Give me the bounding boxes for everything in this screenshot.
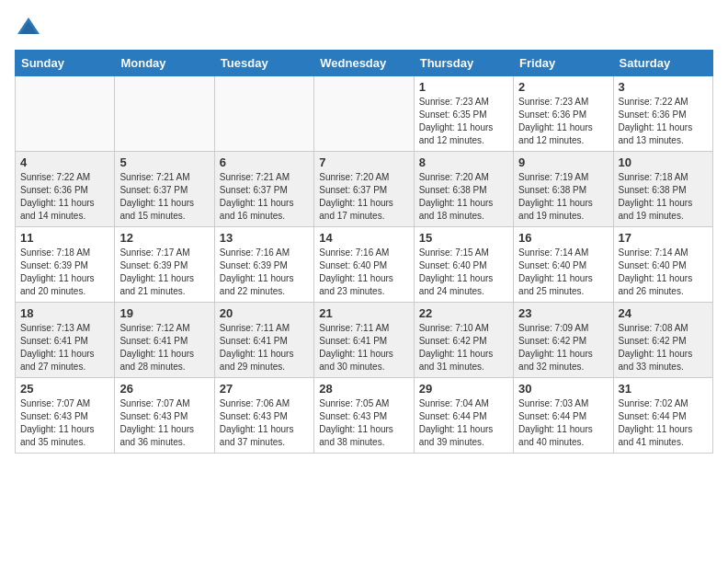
day-info: Sunrise: 7:14 AM Sunset: 6:40 PM Dayligh… <box>619 247 708 298</box>
day-info: Sunrise: 7:18 AM Sunset: 6:38 PM Dayligh… <box>619 171 708 223</box>
day-info: Sunrise: 7:07 AM Sunset: 6:43 PM Dayligh… <box>119 397 209 449</box>
calendar-cell: 6Sunrise: 7:21 AM Sunset: 6:37 PM Daylig… <box>214 152 313 227</box>
day-info: Sunrise: 7:15 AM Sunset: 6:40 PM Dayligh… <box>419 247 508 298</box>
day-header-saturday: Saturday <box>613 51 712 76</box>
day-info: Sunrise: 7:10 AM Sunset: 6:42 PM Dayligh… <box>419 322 508 373</box>
day-info: Sunrise: 7:23 AM Sunset: 6:36 PM Dayligh… <box>518 96 608 147</box>
day-number: 13 <box>220 231 309 245</box>
day-number: 24 <box>619 306 708 320</box>
calendar-cell <box>314 76 414 152</box>
calendar-cell: 24Sunrise: 7:08 AM Sunset: 6:42 PM Dayli… <box>613 303 712 378</box>
calendar-cell <box>214 76 313 152</box>
day-number: 31 <box>619 382 708 396</box>
day-info: Sunrise: 7:23 AM Sunset: 6:35 PM Dayligh… <box>419 96 508 147</box>
day-number: 19 <box>119 306 209 320</box>
day-number: 10 <box>619 155 708 169</box>
calendar-cell: 22Sunrise: 7:10 AM Sunset: 6:42 PM Dayli… <box>414 303 513 378</box>
day-header-wednesday: Wednesday <box>314 51 414 76</box>
day-number: 20 <box>220 306 309 320</box>
calendar-cell: 30Sunrise: 7:03 AM Sunset: 6:44 PM Dayli… <box>514 378 613 454</box>
day-number: 16 <box>518 231 608 245</box>
day-info: Sunrise: 7:11 AM Sunset: 6:41 PM Dayligh… <box>319 322 408 373</box>
calendar-cell: 16Sunrise: 7:14 AM Sunset: 6:40 PM Dayli… <box>514 227 613 303</box>
calendar-cell: 12Sunrise: 7:17 AM Sunset: 6:39 PM Dayli… <box>115 227 214 303</box>
calendar-cell: 14Sunrise: 7:16 AM Sunset: 6:40 PM Dayli… <box>314 227 414 303</box>
day-number: 7 <box>319 155 408 169</box>
day-header-tuesday: Tuesday <box>214 51 313 76</box>
calendar-cell: 11Sunrise: 7:18 AM Sunset: 6:39 PM Dayli… <box>16 227 115 303</box>
day-number: 23 <box>518 306 608 320</box>
day-number: 4 <box>20 155 109 169</box>
day-info: Sunrise: 7:16 AM Sunset: 6:40 PM Dayligh… <box>319 247 408 298</box>
day-info: Sunrise: 7:21 AM Sunset: 6:37 PM Dayligh… <box>220 171 309 223</box>
day-header-thursday: Thursday <box>414 51 513 76</box>
day-info: Sunrise: 7:14 AM Sunset: 6:40 PM Dayligh… <box>518 247 608 298</box>
day-number: 6 <box>220 155 309 169</box>
calendar-week-row: 25Sunrise: 7:07 AM Sunset: 6:43 PM Dayli… <box>16 378 713 454</box>
day-number: 18 <box>20 306 109 320</box>
calendar-body: 1Sunrise: 7:23 AM Sunset: 6:35 PM Daylig… <box>16 76 713 454</box>
day-info: Sunrise: 7:17 AM Sunset: 6:39 PM Dayligh… <box>119 247 209 298</box>
day-number: 22 <box>419 306 508 320</box>
day-info: Sunrise: 7:22 AM Sunset: 6:36 PM Dayligh… <box>619 96 708 147</box>
day-header-monday: Monday <box>115 51 214 76</box>
page-header <box>15 15 713 42</box>
day-info: Sunrise: 7:05 AM Sunset: 6:43 PM Dayligh… <box>319 397 408 449</box>
calendar-cell: 13Sunrise: 7:16 AM Sunset: 6:39 PM Dayli… <box>214 227 313 303</box>
calendar-cell: 4Sunrise: 7:22 AM Sunset: 6:36 PM Daylig… <box>16 152 115 227</box>
calendar-cell: 28Sunrise: 7:05 AM Sunset: 6:43 PM Dayli… <box>314 378 414 454</box>
day-info: Sunrise: 7:20 AM Sunset: 6:37 PM Dayligh… <box>319 171 408 223</box>
day-info: Sunrise: 7:19 AM Sunset: 6:38 PM Dayligh… <box>518 171 608 223</box>
calendar-week-row: 11Sunrise: 7:18 AM Sunset: 6:39 PM Dayli… <box>16 227 713 303</box>
calendar-cell: 26Sunrise: 7:07 AM Sunset: 6:43 PM Dayli… <box>115 378 214 454</box>
day-info: Sunrise: 7:12 AM Sunset: 6:41 PM Dayligh… <box>119 322 209 373</box>
day-info: Sunrise: 7:03 AM Sunset: 6:44 PM Dayligh… <box>518 397 608 449</box>
calendar-cell: 5Sunrise: 7:21 AM Sunset: 6:37 PM Daylig… <box>115 152 214 227</box>
day-info: Sunrise: 7:08 AM Sunset: 6:42 PM Dayligh… <box>619 322 708 373</box>
logo-icon <box>15 15 42 42</box>
calendar-cell: 15Sunrise: 7:15 AM Sunset: 6:40 PM Dayli… <box>414 227 513 303</box>
calendar-cell: 25Sunrise: 7:07 AM Sunset: 6:43 PM Dayli… <box>16 378 115 454</box>
day-header-sunday: Sunday <box>16 51 115 76</box>
calendar-cell: 23Sunrise: 7:09 AM Sunset: 6:42 PM Dayli… <box>514 303 613 378</box>
day-info: Sunrise: 7:22 AM Sunset: 6:36 PM Dayligh… <box>20 171 109 223</box>
day-number: 1 <box>419 80 508 94</box>
calendar-cell <box>16 76 115 152</box>
calendar-cell: 1Sunrise: 7:23 AM Sunset: 6:35 PM Daylig… <box>414 76 513 152</box>
day-info: Sunrise: 7:11 AM Sunset: 6:41 PM Dayligh… <box>220 322 309 373</box>
calendar-week-row: 18Sunrise: 7:13 AM Sunset: 6:41 PM Dayli… <box>16 303 713 378</box>
day-info: Sunrise: 7:09 AM Sunset: 6:42 PM Dayligh… <box>518 322 608 373</box>
calendar-cell: 31Sunrise: 7:02 AM Sunset: 6:44 PM Dayli… <box>613 378 712 454</box>
day-number: 14 <box>319 231 408 245</box>
day-info: Sunrise: 7:02 AM Sunset: 6:44 PM Dayligh… <box>619 397 708 449</box>
day-info: Sunrise: 7:21 AM Sunset: 6:37 PM Dayligh… <box>119 171 209 223</box>
calendar-cell: 17Sunrise: 7:14 AM Sunset: 6:40 PM Dayli… <box>613 227 712 303</box>
calendar-cell: 9Sunrise: 7:19 AM Sunset: 6:38 PM Daylig… <box>514 152 613 227</box>
day-number: 12 <box>119 231 209 245</box>
calendar-week-row: 4Sunrise: 7:22 AM Sunset: 6:36 PM Daylig… <box>16 152 713 227</box>
day-number: 27 <box>220 382 309 396</box>
day-number: 5 <box>119 155 209 169</box>
day-number: 17 <box>619 231 708 245</box>
day-number: 9 <box>518 155 608 169</box>
day-info: Sunrise: 7:06 AM Sunset: 6:43 PM Dayligh… <box>220 397 309 449</box>
day-number: 29 <box>419 382 508 396</box>
day-number: 21 <box>319 306 408 320</box>
calendar-header: SundayMondayTuesdayWednesdayThursdayFrid… <box>16 51 713 76</box>
day-info: Sunrise: 7:07 AM Sunset: 6:43 PM Dayligh… <box>20 397 109 449</box>
day-info: Sunrise: 7:16 AM Sunset: 6:39 PM Dayligh… <box>220 247 309 298</box>
day-number: 11 <box>20 231 109 245</box>
day-header-friday: Friday <box>514 51 613 76</box>
calendar-cell: 29Sunrise: 7:04 AM Sunset: 6:44 PM Dayli… <box>414 378 513 454</box>
calendar-cell: 21Sunrise: 7:11 AM Sunset: 6:41 PM Dayli… <box>314 303 414 378</box>
calendar-cell: 10Sunrise: 7:18 AM Sunset: 6:38 PM Dayli… <box>613 152 712 227</box>
calendar-cell <box>115 76 214 152</box>
day-number: 26 <box>119 382 209 396</box>
day-number: 25 <box>20 382 109 396</box>
day-number: 30 <box>518 382 608 396</box>
day-info: Sunrise: 7:13 AM Sunset: 6:41 PM Dayligh… <box>20 322 109 373</box>
calendar-cell: 27Sunrise: 7:06 AM Sunset: 6:43 PM Dayli… <box>214 378 313 454</box>
calendar-cell: 2Sunrise: 7:23 AM Sunset: 6:36 PM Daylig… <box>514 76 613 152</box>
day-number: 28 <box>319 382 408 396</box>
logo <box>15 15 46 42</box>
